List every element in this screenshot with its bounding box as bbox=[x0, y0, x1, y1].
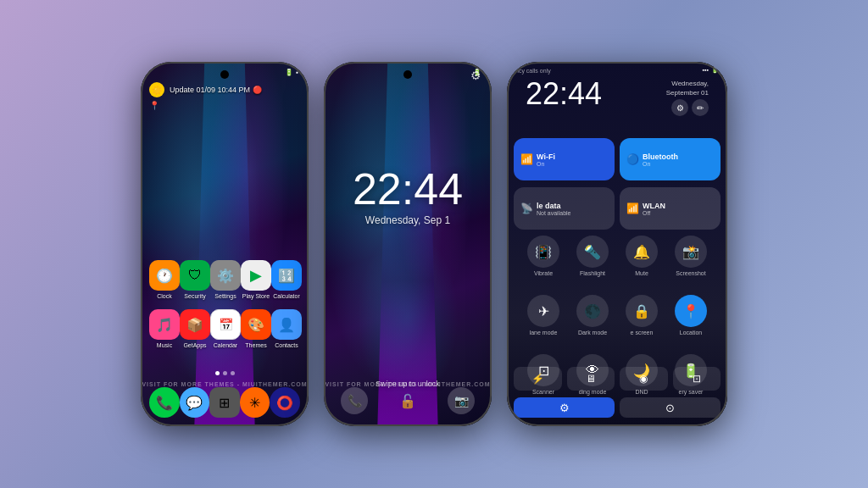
app-themes[interactable]: 🎨 Themes bbox=[241, 309, 271, 348]
cc-vibrate[interactable]: 📳 Vibrate bbox=[522, 236, 565, 276]
cc-settings-icon[interactable]: ⚙ bbox=[671, 99, 688, 116]
page-dots bbox=[141, 371, 309, 375]
cc-wifi-tile[interactable]: 📶 Wi-Fi On bbox=[514, 138, 615, 180]
screenshot-icon: 📸 bbox=[675, 236, 707, 268]
app-getapps[interactable]: 📦 GetApps bbox=[180, 309, 210, 348]
cc-darkmode[interactable]: 🌑 Dark mode bbox=[571, 295, 614, 336]
mute-icon: 🔔 bbox=[626, 236, 658, 268]
phones-container: 🔋 ▪ ☀️ Update 01/09 10:44 PM 🔴 📍 bbox=[141, 62, 727, 426]
cc-status-text: ncy calls only bbox=[515, 68, 551, 74]
watermark-2: VISIT FOR MORE THEMES - MIUITHEMER.COM bbox=[324, 381, 492, 387]
flashlight-icon: 🔦 bbox=[576, 236, 609, 268]
cc-date-icons: Wednesday, September 01 ⚙ ✏ bbox=[666, 79, 709, 116]
lockscreen-icon: 🔒 bbox=[626, 295, 658, 327]
lock-camera-shortcut[interactable]: 📷 bbox=[448, 387, 475, 414]
cc-date-1: Wednesday, bbox=[666, 79, 709, 88]
cc-bottom-tile-2[interactable]: 🖥 bbox=[567, 367, 615, 391]
signal-icon: ▪ bbox=[296, 69, 298, 76]
phone-control-center: ncy calls only ▪▪▪ 🔋 22:44 Wednesday, Se… bbox=[507, 62, 727, 426]
cc-screenshot[interactable]: 📸 Screenshot bbox=[670, 236, 712, 276]
cc-edit-icon[interactable]: ✏ bbox=[692, 99, 709, 116]
themes-icon: 🎨 bbox=[241, 309, 271, 340]
settings-gear[interactable]: ⚙ bbox=[470, 69, 481, 82]
security-icon: 🛡 bbox=[180, 260, 210, 291]
dock-apps[interactable]: ⊞ bbox=[209, 387, 240, 418]
playstore-icon: ▶ bbox=[241, 260, 271, 291]
app-row-1: 🕐 Clock 🛡 Security ⚙️ Settings ▶ bbox=[149, 260, 300, 299]
cc-bottom-tiles: ⚡ 🖥 ◉ ⊡ bbox=[514, 367, 721, 391]
cc-mute[interactable]: 🔔 Mute bbox=[620, 236, 663, 276]
dock: 📞 💬 ⊞ ✳ ⭕ bbox=[141, 387, 309, 418]
app-music[interactable]: 🎵 Music bbox=[149, 309, 180, 348]
notification-text: Update 01/09 10:44 PM 🔴 bbox=[170, 86, 262, 94]
dock-mi[interactable]: ✳ bbox=[240, 387, 270, 418]
app-security[interactable]: 🛡 Security bbox=[180, 260, 210, 299]
cc-bluetooth-tile[interactable]: 🔵 Bluetooth On bbox=[620, 138, 721, 180]
dock-phone[interactable]: 📞 bbox=[149, 387, 180, 418]
dot-1 bbox=[215, 371, 220, 375]
getapps-icon: 📦 bbox=[180, 309, 210, 340]
lock-time-big: 22:44 bbox=[324, 164, 492, 214]
vibrate-icon: 📳 bbox=[527, 236, 559, 268]
phone-homescreen: 🔋 ▪ ☀️ Update 01/09 10:44 PM 🔴 📍 bbox=[141, 62, 309, 426]
phone-lockscreen: 🔋 ⚙ 22:44 Wednesday, Sep 1 Swipe up to u… bbox=[324, 62, 492, 426]
cc-wlan-tile[interactable]: 📶 WLAN Off bbox=[620, 187, 721, 230]
cc-location[interactable]: 📍 Location bbox=[670, 295, 712, 336]
app-settings[interactable]: ⚙️ Settings bbox=[210, 260, 241, 299]
app-contacts[interactable]: 👤 Contacts bbox=[271, 309, 302, 348]
cc-lockscreen[interactable]: 🔒 e screen bbox=[620, 295, 663, 336]
calendar-icon: 📅 bbox=[210, 309, 241, 340]
cc-nav-buttons: ⚙ ⊙ bbox=[514, 397, 721, 418]
cc-time: 22:44 bbox=[526, 79, 602, 109]
settings-icon: ⚙️ bbox=[210, 260, 241, 291]
status-icons-1: 🔋 ▪ bbox=[285, 69, 298, 76]
battery-icon: 🔋 bbox=[285, 69, 293, 76]
app-calculator[interactable]: 🔢 Calculator bbox=[271, 260, 302, 299]
dock-samsung[interactable]: ⭕ bbox=[270, 387, 300, 418]
music-icon: 🎵 bbox=[149, 309, 180, 340]
cc-flashlight[interactable]: 🔦 Flashlight bbox=[571, 236, 614, 276]
watermark-1: VISIT FOR MORE THEMES - MIUITHEMER.COM bbox=[141, 381, 309, 387]
cc-tiles-row2: 📡 le data Not available 📶 WLAN Off bbox=[514, 187, 721, 230]
cc-airplane[interactable]: ✈ lane mode bbox=[522, 295, 565, 336]
app-clock[interactable]: 🕐 Clock bbox=[149, 260, 180, 299]
location-icon: 📍 bbox=[675, 295, 707, 327]
cc-status-icons: ▪▪▪ 🔋 bbox=[703, 67, 719, 74]
app-row-2: 🎵 Music 📦 GetApps 📅 Calendar 🎨 bbox=[149, 309, 300, 348]
cc-mobile-data-tile[interactable]: 📡 le data Not available bbox=[514, 187, 615, 230]
punch-hole-camera-1 bbox=[220, 70, 229, 79]
app-playstore[interactable]: ▶ Play Store bbox=[241, 260, 271, 299]
wallpaper-2 bbox=[324, 62, 492, 426]
clock-icon: 🕐 bbox=[149, 260, 180, 291]
app-grid: 🕐 Clock 🛡 Security ⚙️ Settings ▶ bbox=[141, 260, 309, 358]
lock-date: Wednesday, Sep 1 bbox=[324, 214, 492, 226]
cc-tiles-row1: 📶 Wi-Fi On 🔵 Bluetooth On bbox=[514, 138, 721, 180]
lock-side-icons: 📞 📷 bbox=[324, 387, 492, 414]
darkmode-icon: 🌑 bbox=[576, 295, 609, 327]
cc-bottom-tile-1[interactable]: ⚡ bbox=[514, 367, 562, 391]
contacts-icon: 👤 bbox=[271, 309, 302, 340]
cc-bottom-tile-3[interactable]: ◉ bbox=[620, 367, 668, 391]
cc-grid-row2: ✈ lane mode 🌑 Dark mode 🔒 e screen 📍 Loc… bbox=[514, 295, 721, 336]
dot-3 bbox=[231, 371, 235, 375]
dock-messages[interactable]: 💬 bbox=[180, 387, 210, 418]
calculator-icon: 🔢 bbox=[271, 260, 302, 291]
weather-icon: ☀️ bbox=[149, 82, 164, 97]
cc-bottom-tile-4[interactable]: ⊡ bbox=[673, 367, 721, 391]
cc-nav-settings[interactable]: ⚙ bbox=[514, 397, 615, 418]
airplane-icon: ✈ bbox=[527, 295, 559, 327]
cc-date-2: September 01 bbox=[666, 88, 709, 97]
punch-hole-camera-2 bbox=[403, 70, 412, 79]
cc-grid-row1: 📳 Vibrate 🔦 Flashlight 🔔 Mute 📸 Screensh… bbox=[514, 236, 721, 276]
dot-2 bbox=[223, 371, 227, 375]
notification-bar: ☀️ Update 01/09 10:44 PM 🔴 📍 bbox=[149, 82, 300, 110]
app-calendar[interactable]: 📅 Calendar bbox=[210, 309, 241, 348]
lock-phone-shortcut[interactable]: 📞 bbox=[341, 387, 368, 414]
lock-time-display: 22:44 Wednesday, Sep 1 bbox=[324, 164, 492, 226]
cc-nav-home[interactable]: ⊙ bbox=[620, 397, 721, 418]
